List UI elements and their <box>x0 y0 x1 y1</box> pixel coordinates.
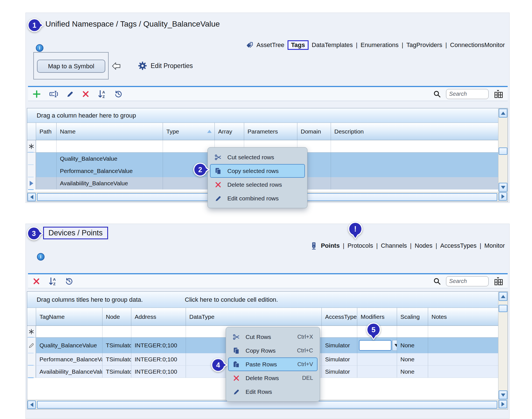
accesstype-cell[interactable]: Simulator <box>322 338 357 353</box>
add-row-button[interactable] <box>32 90 41 98</box>
menu-item-cut-selected-rows[interactable]: Cut selected rows <box>210 150 305 164</box>
menu-item-edit-combined-rows[interactable]: Edit combined rows <box>210 191 305 205</box>
modifiers-cell[interactable] <box>357 353 397 365</box>
sort-button[interactable]: A Z <box>48 277 57 286</box>
history-button[interactable] <box>114 90 123 98</box>
tab-tags[interactable]: Tags <box>288 40 309 50</box>
tab-datatemplates[interactable]: DataTemplates <box>312 41 353 49</box>
column-chooser-icon[interactable] <box>494 89 503 99</box>
node-cell[interactable]: TSimulator <box>102 366 131 378</box>
history-button[interactable] <box>65 277 73 285</box>
edit-row-button[interactable] <box>66 90 74 98</box>
column-header-type[interactable]: Type <box>163 123 215 140</box>
accesstype-cell[interactable]: Simulator <box>322 366 357 378</box>
tag-name-cell[interactable]: Availabiility_BalanceValue <box>57 177 163 189</box>
vertical-scroll-thumb[interactable] <box>499 148 507 155</box>
delete-row-button[interactable] <box>32 277 40 285</box>
notes-cell[interactable] <box>428 338 498 353</box>
modifiers-dropdown-button[interactable] <box>392 340 397 351</box>
tagname-cell[interactable]: Quality_BalanceValue <box>36 338 102 353</box>
vertical-scroll-track[interactable] <box>498 301 508 390</box>
new-row-selector[interactable] <box>27 326 36 337</box>
row-selector[interactable] <box>27 353 36 365</box>
vertical-scroll-thumb[interactable] <box>499 305 507 312</box>
modifiers-combo-input[interactable] <box>359 340 391 351</box>
menu-item-delete-rows[interactable]: Delete Rows DEL <box>228 371 318 385</box>
row-selector-editing[interactable] <box>27 338 36 353</box>
row-selector[interactable] <box>27 165 36 177</box>
scroll-left-button[interactable] <box>27 193 36 201</box>
menu-item-paste-rows[interactable]: Paste Rows Ctrl+V <box>228 357 318 371</box>
scroll-right-button[interactable] <box>499 192 507 201</box>
menu-item-copy-selected-rows[interactable]: Copy selected rows <box>210 164 305 178</box>
column-header-domain[interactable]: Domain <box>297 123 331 140</box>
map-to-symbol-button[interactable]: Map to a Symbol <box>37 60 105 73</box>
conclude-edit-hint[interactable]: Click here to conclude cell edition. <box>185 296 278 303</box>
info-icon[interactable]: i <box>37 253 45 261</box>
scroll-up-button[interactable] <box>499 109 507 118</box>
row-selector[interactable] <box>27 366 36 378</box>
back-arrow-icon[interactable] <box>111 62 121 71</box>
tab-nodes[interactable]: Nodes <box>415 242 433 249</box>
tab-channels[interactable]: Channels <box>381 242 407 249</box>
scroll-up-button[interactable] <box>499 292 507 301</box>
vertical-scrollbar[interactable] <box>498 108 508 202</box>
scroll-down-button[interactable] <box>499 183 507 192</box>
row-selector-current[interactable] <box>27 177 36 189</box>
node-cell[interactable]: TSimulator <box>102 353 131 365</box>
tab-points[interactable]: Points <box>321 242 340 249</box>
vertical-scrollbar[interactable] <box>498 292 508 409</box>
tag-name-cell[interactable]: Quality_BalanceValue <box>57 153 163 165</box>
group-by-bar[interactable]: Drag a column header here to group <box>27 108 498 123</box>
tab-accesstypes[interactable]: AccessTypes <box>440 242 477 249</box>
column-header-tagname[interactable]: TagName <box>36 308 102 326</box>
scaling-cell[interactable]: None <box>397 353 428 365</box>
vertical-scroll-track[interactable] <box>498 118 508 182</box>
column-header-scaling[interactable]: Scaling <box>397 308 428 326</box>
menu-item-copy-rows[interactable]: Copy Rows Ctrl+C <box>228 344 318 357</box>
tagname-cell[interactable]: Performance_BalanceValue <box>36 353 102 365</box>
menu-item-edit-rows[interactable]: Edit Rows <box>228 385 318 399</box>
node-cell[interactable]: TSimulator <box>102 338 131 353</box>
column-header-accesstype[interactable]: AccessType <box>322 308 357 326</box>
modifiers-cell[interactable] <box>357 366 397 378</box>
column-header-address[interactable]: Address <box>131 308 186 326</box>
scroll-right-button[interactable] <box>499 400 507 408</box>
scroll-left-button[interactable] <box>27 401 36 409</box>
scaling-cell[interactable]: None <box>397 338 428 353</box>
menu-item-cut-rows[interactable]: Cut Rows Ctrl+X <box>228 330 318 344</box>
scaling-cell[interactable]: None <box>397 366 428 378</box>
menu-item-delete-selected-rows[interactable]: Delete selected rows <box>210 178 305 191</box>
tab-connectionsmonitor[interactable]: ConnectionsMonitor <box>450 41 505 49</box>
info-icon[interactable]: i <box>36 44 43 52</box>
column-header-description[interactable]: Description <box>331 123 498 140</box>
column-header-notes[interactable]: Notes <box>428 308 498 326</box>
tab-tagproviders[interactable]: TagProviders <box>406 41 442 49</box>
address-cell[interactable]: INTEGER:0;100 <box>131 353 186 365</box>
column-header-name[interactable]: Name <box>57 123 163 140</box>
tab-protocols[interactable]: Protocols <box>347 242 373 249</box>
search-input[interactable] <box>446 89 489 99</box>
address-cell[interactable]: INTEGER:0;100 <box>131 338 186 353</box>
group-by-bar[interactable]: Drag columns titles here to group data. … <box>27 292 498 308</box>
accesstype-cell[interactable]: Simulator <box>322 353 357 365</box>
address-cell[interactable]: INTEGER:0;100 <box>131 366 186 378</box>
tab-assettree[interactable]: AssetTree <box>256 41 284 49</box>
column-header-path[interactable]: Path <box>36 123 57 140</box>
column-header-datatype[interactable]: DataType <box>186 308 322 326</box>
notes-cell[interactable] <box>428 366 498 378</box>
tab-enumerations[interactable]: Enumerations <box>361 41 399 49</box>
row-selector[interactable] <box>27 153 36 165</box>
search-input[interactable] <box>446 276 489 286</box>
sort-button[interactable]: A Z <box>97 90 106 99</box>
tab-monitor[interactable]: Monitor <box>484 242 505 249</box>
tag-name-cell[interactable]: Performance_BalanceValue <box>57 165 163 177</box>
rename-button[interactable] <box>49 90 58 98</box>
column-chooser-icon[interactable] <box>494 277 503 286</box>
column-header-parameters[interactable]: Parameters <box>244 123 297 140</box>
new-row-selector[interactable] <box>27 140 36 152</box>
notes-cell[interactable] <box>428 353 498 365</box>
column-header-node[interactable]: Node <box>102 308 131 326</box>
horizontal-scroll-thumb[interactable] <box>37 401 497 409</box>
delete-row-button[interactable] <box>82 90 90 98</box>
